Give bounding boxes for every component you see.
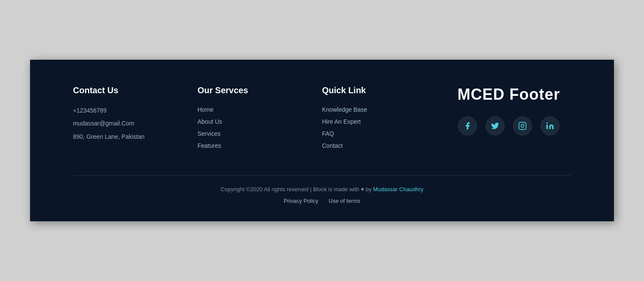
quicklink-faq-link[interactable]: FAQ <box>322 130 334 137</box>
footer: Contact Us +123456789 mudassar@gmail.Com… <box>30 60 614 221</box>
linkedin-icon[interactable] <box>541 116 559 135</box>
services-aboutus-link[interactable]: About Us <box>197 118 222 125</box>
footer-bottom: Copyright ©2020 All rights reserved | Bl… <box>73 175 571 204</box>
brand-title: MCED Footer <box>458 86 560 104</box>
contact-heading: Contact Us <box>73 86 197 95</box>
instagram-icon[interactable] <box>513 116 532 135</box>
services-home-link[interactable]: Home <box>197 106 213 113</box>
quicklink-heading: Quick Link <box>322 86 447 95</box>
list-item: FAQ <box>322 130 447 137</box>
quicklink-col: Quick Link Knowledge Base Hire An Expert… <box>322 86 447 154</box>
social-icons <box>458 116 559 135</box>
list-item: Contact <box>322 142 447 150</box>
use-of-terms-link[interactable]: Use of terms <box>329 198 361 204</box>
svg-rect-0 <box>519 122 526 130</box>
author-link[interactable]: Mudassar Chaudhry <box>373 186 423 192</box>
svg-point-2 <box>524 124 525 125</box>
contact-phone: +123456789 <box>73 106 197 115</box>
quicklink-list: Knowledge Base Hire An Expert FAQ Contac… <box>322 106 447 150</box>
list-item: Services <box>197 130 322 137</box>
twitter-icon[interactable] <box>486 116 504 135</box>
svg-point-1 <box>521 125 524 128</box>
facebook-icon[interactable] <box>458 116 477 135</box>
privacy-policy-link[interactable]: Privacy Policy <box>284 198 319 204</box>
footer-top: Contact Us +123456789 mudassar@gmail.Com… <box>73 86 571 154</box>
services-features-link[interactable]: Features <box>197 142 221 149</box>
contact-email: mudassar@gmail.Com <box>73 119 197 128</box>
quicklink-expert-link[interactable]: Hire An Expert <box>322 118 361 125</box>
contact-address: 890, Green Lane, Pakistan <box>73 132 197 141</box>
svg-rect-3 <box>547 125 548 129</box>
list-item: Knowledge Base <box>322 106 447 113</box>
quicklink-contact-link[interactable]: Contact <box>322 142 343 149</box>
copyright-static: Copyright ©2020 All rights reserved | Bl… <box>221 186 373 192</box>
list-item: Hire An Expert <box>322 118 447 125</box>
contact-col: Contact Us +123456789 mudassar@gmail.Com… <box>73 86 197 145</box>
quicklink-knowledge-link[interactable]: Knowledge Base <box>322 106 367 113</box>
copyright-text: Copyright ©2020 All rights reserved | Bl… <box>73 186 571 192</box>
list-item: Features <box>197 142 322 150</box>
services-col: Our Servces Home About Us Services Featu… <box>197 86 322 154</box>
services-services-link[interactable]: Services <box>197 130 221 137</box>
brand-col: MCED Footer <box>447 86 571 135</box>
footer-bottom-links: Privacy Policy Use of terms <box>73 198 571 204</box>
services-heading: Our Servces <box>197 86 322 95</box>
list-item: Home <box>197 106 322 113</box>
list-item: About Us <box>197 118 322 125</box>
svg-point-4 <box>547 122 548 124</box>
services-list: Home About Us Services Features <box>197 106 322 150</box>
